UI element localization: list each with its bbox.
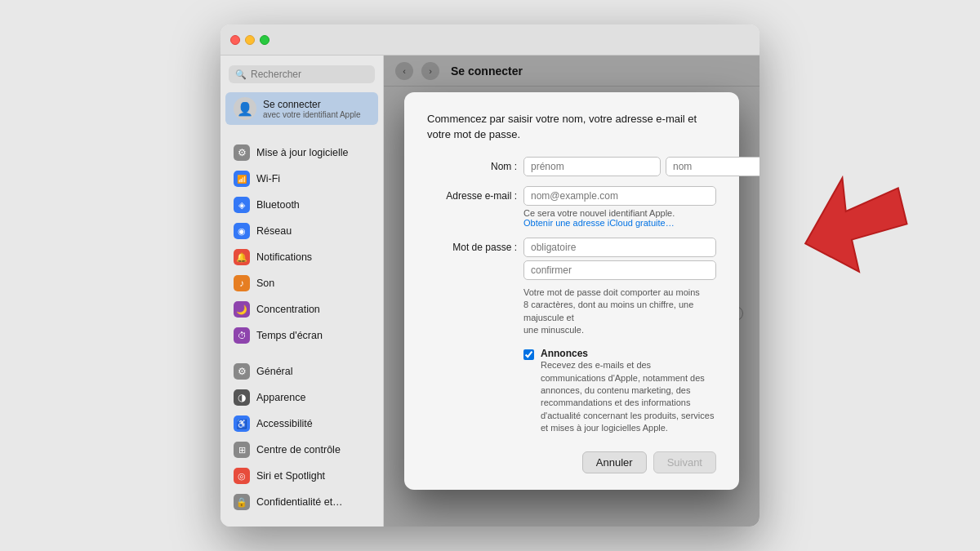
son-icon: ♪ — [234, 275, 250, 291]
confidentialite-icon: 🔒 — [234, 494, 250, 510]
annonces-label-block: Annonces Recevez des e-mails et des comm… — [541, 348, 716, 434]
sidebar-item-label: Concentration — [256, 304, 320, 315]
sidebar-item-confidentialite[interactable]: 🔒 Confidentialité et… — [225, 490, 378, 514]
siri-icon: ◎ — [234, 468, 250, 484]
title-bar — [220, 24, 760, 56]
sidebar-item-notifications[interactable]: 🔔 Notifications — [225, 245, 378, 269]
red-arrow-icon — [784, 163, 915, 327]
password-label: Mot de passe : — [427, 238, 517, 253]
sidebar-item-general[interactable]: ⚙ Général — [225, 359, 378, 384]
nom-row: Nom : — [427, 157, 716, 176]
red-arrow-container — [784, 163, 915, 330]
sidebar-item-label: Temps d'écran — [256, 330, 323, 341]
password-fields: Votre mot de passe doit comporter au moi… — [523, 238, 716, 337]
sidebar-item-centre-controle[interactable]: ⊞ Centre de contrôle — [225, 438, 378, 462]
password-row: Mot de passe : Votre mot de passe doit c… — [427, 238, 716, 337]
minimize-button[interactable] — [245, 35, 255, 45]
annonces-desc: Recevez des e-mails et des communication… — [541, 359, 716, 434]
modal-overlay: Commencez par saisir votre nom, votre ad… — [384, 56, 760, 527]
wifi-icon: 📶 — [234, 171, 250, 187]
email-input[interactable] — [523, 186, 716, 206]
svg-marker-2 — [789, 163, 915, 286]
sidebar-item-siri[interactable]: ◎ Siri et Spotlight — [225, 464, 378, 488]
sidebar-item-label: Bluetooth — [256, 199, 300, 211]
nom-input[interactable] — [666, 157, 760, 176]
sidebar-item-bureau-dock[interactable]: ⬛ Bureau et Dock — [225, 526, 378, 527]
user-name: Se connecter — [263, 99, 361, 110]
reseau-icon: ◉ — [234, 223, 250, 239]
sidebar-item-son[interactable]: ♪ Son — [225, 271, 378, 295]
sidebar-item-label: Réseau — [256, 225, 292, 237]
bluetooth-icon: ◈ — [234, 197, 250, 213]
sidebar-item-reseau[interactable]: ◉ Réseau — [225, 219, 378, 243]
detail-panel: ‹ › Se connecter — [384, 56, 760, 527]
sidebar-item-label: Wi-Fi — [256, 173, 280, 184]
sidebar-item-label: Mise à jour logicielle — [256, 147, 349, 158]
avatar: 👤 — [234, 97, 256, 120]
sidebar-item-accessibilite[interactable]: ♿ Accessibilité — [225, 411, 378, 436]
annonces-checkbox[interactable] — [523, 349, 534, 360]
nom-inputs — [523, 157, 760, 176]
notifications-icon: 🔔 — [234, 249, 250, 265]
sidebar-item-wifi[interactable]: 📶 Wi-Fi — [225, 167, 378, 191]
email-helper: Ce sera votre nouvel identifiant Apple. — [523, 208, 716, 218]
search-bar[interactable]: 🔍 — [229, 65, 375, 83]
sidebar-item-label: Confidentialité et… — [256, 496, 343, 508]
maximize-button[interactable] — [260, 35, 270, 45]
user-subtitle: avec votre identifiant Apple — [263, 110, 361, 119]
sidebar-item-bluetooth[interactable]: ◈ Bluetooth — [225, 193, 378, 217]
modal-dialog: Commencez par saisir votre nom, votre ad… — [404, 92, 739, 489]
sidebar-item-concentration[interactable]: 🌙 Concentration — [225, 297, 378, 322]
centre-controle-icon: ⊞ — [234, 442, 250, 458]
suivant-button[interactable]: Suivant — [653, 451, 716, 473]
nom-label: Nom : — [427, 157, 517, 172]
sidebar-item-label: Siri et Spotlight — [256, 470, 325, 482]
confirm-password-input[interactable] — [523, 260, 716, 280]
apparence-icon: ◑ — [234, 389, 250, 406]
password-input[interactable] — [523, 238, 716, 257]
email-field-group: Ce sera votre nouvel identifiant Apple. … — [523, 186, 716, 228]
sidebar-item-temps-ecran[interactable]: ⏱ Temps d'écran — [225, 323, 378, 348]
close-button[interactable] — [230, 35, 240, 45]
modal-buttons: Annuler Suivant — [427, 451, 716, 473]
accessibilite-icon: ♿ — [234, 415, 250, 432]
email-row: Adresse e-mail : Ce sera votre nouvel id… — [427, 186, 716, 228]
sidebar-item-label: Apparence — [256, 392, 305, 403]
sidebar-item-label: Notifications — [256, 251, 312, 263]
traffic-lights — [230, 35, 270, 45]
email-label: Adresse e-mail : — [427, 186, 517, 202]
annuler-button[interactable]: Annuler — [582, 451, 647, 473]
annonces-title: Annonces — [541, 348, 716, 359]
general-icon: ⚙ — [234, 363, 250, 380]
sidebar-user-item[interactable]: 👤 Se connecter avec votre identifiant Ap… — [225, 92, 378, 125]
mac-window: 🔍 👤 Se connecter avec votre identifiant … — [220, 24, 760, 527]
sidebar-item-label: Son — [256, 278, 274, 289]
annonces-row: Annonces Recevez des e-mails et des comm… — [523, 348, 716, 434]
sidebar-item-label: Général — [256, 366, 292, 377]
sidebar-item-label: Accessibilité — [256, 418, 313, 429]
user-text-block: Se connecter avec votre identifiant Appl… — [263, 99, 361, 119]
mise-a-jour-icon: ⚙ — [234, 144, 250, 161]
sidebar: 🔍 👤 Se connecter avec votre identifiant … — [220, 56, 384, 527]
sidebar-item-apparence[interactable]: ◑ Apparence — [225, 385, 378, 410]
icloud-link[interactable]: Obtenir une adresse iCloud gratuite… — [523, 218, 716, 228]
modal-title: Commencez par saisir votre nom, votre ad… — [427, 112, 716, 141]
prenom-input[interactable] — [523, 157, 661, 176]
sidebar-item-label: Centre de contrôle — [256, 444, 341, 455]
password-hint: Votre mot de passe doit comporter au moi… — [523, 287, 716, 337]
sidebar-item-mise-a-jour[interactable]: ⚙ Mise à jour logicielle — [225, 140, 378, 165]
concentration-icon: 🌙 — [234, 301, 250, 318]
temps-ecran-icon: ⏱ — [234, 327, 250, 344]
search-icon: 🔍 — [235, 69, 247, 80]
search-input[interactable] — [251, 69, 368, 80]
window-body: 🔍 👤 Se connecter avec votre identifiant … — [220, 56, 760, 527]
